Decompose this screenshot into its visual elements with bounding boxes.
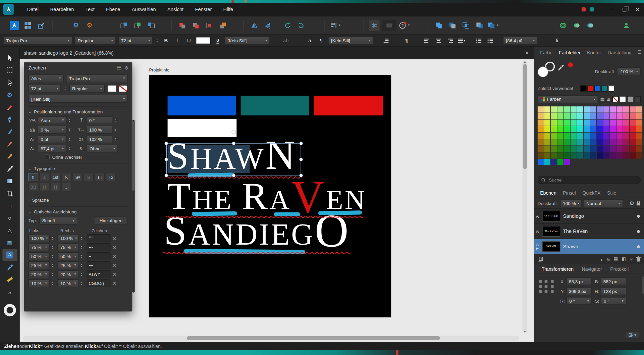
color-swatch[interactable]: [623, 119, 629, 125]
document-close-icon[interactable]: ✕: [525, 50, 529, 56]
brush-tool[interactable]: [2, 126, 17, 138]
color-swatch[interactable]: [551, 146, 557, 152]
underline-button[interactable]: U: [184, 36, 194, 45]
color-swatch[interactable]: [630, 126, 636, 132]
add-button[interactable]: Hinzufügen: [94, 216, 128, 224]
alignment-button[interactable]: ▾: [330, 19, 341, 31]
vertical-scrollbar-thumb[interactable]: [523, 64, 527, 169]
menu-item-ansicht[interactable]: Ansicht: [162, 3, 189, 16]
frame-text-tool[interactable]: [2, 64, 17, 76]
color-swatch[interactable]: [636, 106, 642, 112]
color-swatch[interactable]: [603, 106, 609, 112]
typography-button-1st[interactable]: 1st: [51, 173, 60, 181]
leading-stepper[interactable]: [68, 145, 71, 152]
anchor-selector[interactable]: [538, 277, 556, 296]
color-swatch[interactable]: [610, 139, 616, 145]
color-swatch[interactable]: [544, 139, 550, 145]
color-swatch[interactable]: [616, 133, 623, 139]
selection-handle-w[interactable]: [164, 158, 168, 161]
align-right-button[interactable]: [446, 36, 455, 45]
panel-preset-button[interactable]: ▾: [625, 331, 640, 339]
pencil-tool[interactable]: [2, 138, 17, 150]
boolean-add-button[interactable]: [434, 19, 444, 31]
boolean-intersect-button[interactable]: [461, 19, 472, 31]
optical-characters-field[interactable]: [87, 280, 110, 287]
snap-preset-3-button[interactable]: [146, 19, 157, 31]
color-swatch[interactable]: [538, 146, 544, 152]
optical-right-select[interactable]: 25 %: [57, 261, 79, 269]
marker-stroke[interactable]: [192, 211, 237, 216]
color-swatch[interactable]: [597, 152, 603, 158]
font-size-stepper[interactable]: [155, 37, 159, 44]
transform-scrollbar-thumb[interactable]: [642, 276, 644, 294]
color-swatch[interactable]: [597, 113, 603, 119]
color-swatch[interactable]: [564, 152, 570, 158]
selection-handle-s[interactable]: [232, 173, 235, 177]
tab-farbfelder[interactable]: Farbfelder: [556, 47, 584, 58]
snapping-options-button[interactable]: [382, 19, 396, 31]
typography-button-bb[interactable]: BB: [28, 183, 38, 191]
color-swatch[interactable]: [630, 133, 636, 139]
selection-handle-sw[interactable]: [164, 173, 168, 177]
color-swatch[interactable]: [603, 113, 609, 119]
utility-swatch[interactable]: [620, 96, 626, 102]
rotate-cw-button[interactable]: [296, 19, 307, 31]
tab-navigator[interactable]: Navigator: [579, 264, 605, 274]
rectangle-tool[interactable]: □: [2, 200, 17, 212]
character-style-select[interactable]: [Kein Stil]: [225, 37, 270, 44]
color-swatch[interactable]: [623, 139, 629, 145]
vertical-scrollbar[interactable]: ▲ ▼: [523, 61, 528, 333]
color-swatch[interactable]: [584, 106, 590, 112]
panel-font-size-stepper[interactable]: [63, 85, 67, 92]
style-scope-select[interactable]: Alles: [28, 74, 63, 82]
scroll-up-icon[interactable]: ▲: [523, 60, 528, 64]
bold-button[interactable]: B: [161, 36, 170, 45]
color-swatch[interactable]: [590, 133, 596, 139]
insert-front-button[interactable]: [191, 19, 201, 31]
color-swatch[interactable]: [636, 126, 642, 132]
color-swatch[interactable]: [544, 146, 550, 152]
color-swatch[interactable]: [590, 119, 596, 125]
color-swatch[interactable]: [630, 119, 636, 125]
color-swatch[interactable]: [630, 146, 636, 152]
pattern-icon[interactable]: ▦: [614, 256, 618, 262]
color-swatch[interactable]: [603, 126, 609, 132]
color-swatch[interactable]: [557, 119, 564, 125]
minimize-button[interactable]: –: [604, 3, 618, 16]
color-swatch[interactable]: [636, 113, 642, 119]
color-swatch[interactable]: [616, 106, 623, 112]
color-swatch[interactable]: [571, 113, 577, 119]
color-swatch[interactable]: [551, 106, 557, 112]
measure-tool[interactable]: [2, 274, 17, 286]
color-swatch[interactable]: [610, 119, 616, 125]
color-swatch[interactable]: [616, 146, 623, 152]
menu-item-datei[interactable]: Datei: [21, 3, 45, 16]
color-swatch[interactable]: [623, 133, 629, 139]
decoration-select[interactable]: Ohne: [87, 145, 118, 152]
menu-item-fenster[interactable]: Fenster: [189, 3, 217, 16]
palette-grid-icon[interactable]: ▦: [600, 96, 604, 102]
optical-right-stepper[interactable]: [80, 252, 84, 260]
snap-preset-1-button[interactable]: [119, 19, 129, 31]
tab-kontur[interactable]: Kontur: [584, 47, 604, 58]
account-button[interactable]: [621, 19, 632, 31]
transform-height-field[interactable]: 128 px: [601, 287, 626, 295]
restore-button[interactable]: [618, 3, 631, 16]
corner-tool[interactable]: ⚙: [2, 89, 17, 101]
utility-swatch[interactable]: [627, 96, 633, 102]
color-swatch[interactable]: [616, 113, 623, 119]
boolean-combine-button[interactable]: ▾: [488, 19, 499, 31]
mask-icon[interactable]: ◧: [622, 256, 626, 262]
layer-row-shawn[interactable]: A▶ SHAWN Shawn: [534, 239, 644, 254]
swatch-opacity-select[interactable]: 100 %: [618, 67, 641, 75]
color-swatch[interactable]: [610, 106, 616, 112]
insert-top-button[interactable]: [218, 19, 228, 31]
color-swatch[interactable]: [603, 119, 609, 125]
recent-swatch[interactable]: [587, 85, 593, 91]
color-swatch[interactable]: [571, 119, 577, 125]
tab-darstellung[interactable]: Darstellung: [604, 47, 635, 58]
typography-button--[interactable]: …: [62, 183, 71, 191]
adjustment-icon[interactable]: ◐: [600, 257, 603, 262]
layer-visibility-dot[interactable]: [637, 230, 640, 233]
color-swatch[interactable]: [636, 152, 642, 158]
